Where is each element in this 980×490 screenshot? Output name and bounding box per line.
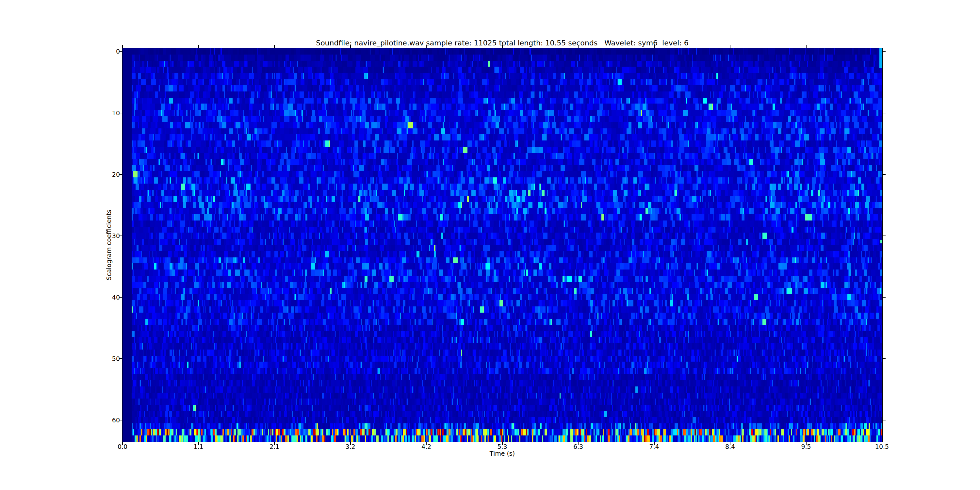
x-tick-label: 2.1 bbox=[269, 443, 279, 450]
x-tick-mark-top bbox=[882, 45, 882, 48]
y-tick-mark-right bbox=[883, 174, 886, 175]
x-tick-mark-top bbox=[730, 45, 730, 48]
y-tick-label: 60 bbox=[97, 417, 120, 424]
y-tick-label: 20 bbox=[97, 171, 120, 178]
y-tick-label: 0 bbox=[97, 48, 120, 55]
x-tick-label: 8.4 bbox=[725, 443, 735, 450]
y-tick-mark-right bbox=[883, 235, 886, 236]
x-tick-mark-top bbox=[122, 45, 123, 48]
y-axis-label: Scalogram coefficients bbox=[105, 210, 112, 280]
x-tick-label: 10.5 bbox=[875, 443, 889, 450]
x-tick-mark-top bbox=[426, 45, 426, 48]
x-tick-mark-top bbox=[502, 45, 503, 48]
x-tick-mark-top bbox=[806, 45, 807, 48]
y-tick-label: 40 bbox=[97, 294, 120, 301]
x-axis-label: Time (s) bbox=[123, 450, 882, 457]
x-tick-label: 5.3 bbox=[497, 443, 507, 450]
x-tick-mark-top bbox=[654, 45, 655, 48]
y-tick-mark-right bbox=[883, 358, 886, 359]
y-tick-mark-right bbox=[883, 297, 886, 298]
x-tick-label: 6.3 bbox=[573, 443, 583, 450]
y-tick-label: 10 bbox=[97, 110, 120, 117]
x-tick-mark-top bbox=[274, 45, 275, 48]
x-tick-label: 1.1 bbox=[193, 443, 203, 450]
x-tick-label: 9.5 bbox=[801, 443, 811, 450]
figure: Soundfile: navire_pilotine.wav sample ra… bbox=[0, 0, 980, 490]
x-tick-label: 7.4 bbox=[649, 443, 659, 450]
x-tick-mark-top bbox=[578, 45, 579, 48]
scalogram-heatmap bbox=[123, 48, 882, 442]
plot-border-left bbox=[122, 48, 123, 442]
plot-border-right bbox=[882, 48, 883, 442]
y-tick-label: 50 bbox=[97, 355, 120, 362]
y-tick-mark-right bbox=[883, 113, 886, 113]
y-tick-mark-right bbox=[883, 51, 886, 52]
x-tick-mark-top bbox=[350, 45, 351, 48]
x-tick-label: 0.0 bbox=[118, 443, 127, 450]
x-tick-label: 3.2 bbox=[345, 443, 355, 450]
x-tick-label: 4.2 bbox=[422, 443, 431, 450]
plot-border-top bbox=[122, 48, 882, 48]
x-tick-mark-top bbox=[198, 45, 199, 48]
y-tick-label: 30 bbox=[97, 232, 120, 239]
y-tick-mark-right bbox=[883, 420, 886, 420]
plot-area bbox=[123, 48, 882, 442]
